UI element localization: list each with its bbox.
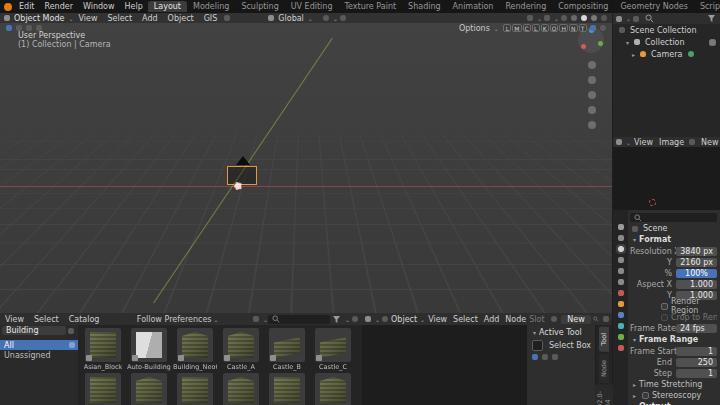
import-method-dropdown[interactable]: Follow Preferences bbox=[137, 315, 212, 324]
properties-search-field[interactable] bbox=[630, 213, 717, 222]
overlays-icon[interactable] bbox=[544, 15, 550, 21]
proportional-editing-icon[interactable] bbox=[340, 15, 346, 21]
options-dropdown[interactable]: Options bbox=[459, 24, 490, 33]
xray-toggle-icon[interactable] bbox=[561, 15, 567, 21]
workspace-tab-rendering[interactable]: Rendering bbox=[499, 1, 552, 12]
node-menu-node[interactable]: Node bbox=[502, 315, 529, 324]
properties-tab-view-layer[interactable] bbox=[618, 257, 624, 263]
properties-tab-modifiers[interactable] bbox=[618, 312, 624, 318]
viewport-menu-select[interactable]: Select bbox=[102, 14, 137, 23]
menu-window[interactable]: Window bbox=[78, 2, 120, 11]
filter-icon[interactable] bbox=[332, 315, 341, 324]
menu-help[interactable]: Help bbox=[120, 2, 148, 11]
menu-render[interactable]: Render bbox=[40, 2, 78, 11]
resolution-y-field[interactable]: 2160 px bbox=[676, 258, 717, 267]
node-menu-add[interactable]: Add bbox=[481, 315, 503, 324]
asset-item-partial[interactable] bbox=[173, 373, 217, 405]
asset-item[interactable]: Building_NeoCla... bbox=[173, 328, 217, 371]
new-nodetree-button[interactable]: New bbox=[561, 315, 592, 324]
image-editor-icon[interactable] bbox=[616, 139, 622, 145]
asset-menu-select[interactable]: Select bbox=[29, 315, 64, 324]
toggle-ortho-icon[interactable] bbox=[588, 121, 596, 129]
tool-select-icon[interactable] bbox=[6, 25, 12, 31]
gear-icon[interactable] bbox=[600, 25, 606, 31]
workspace-tab-texture-paint[interactable]: Texture Paint bbox=[338, 1, 402, 12]
viewport-menu-gis[interactable]: GIS bbox=[199, 14, 223, 23]
filter-icon[interactable] bbox=[707, 14, 716, 23]
tool-cursor-icon[interactable] bbox=[16, 25, 22, 31]
asset-search-field[interactable] bbox=[268, 315, 330, 324]
stereoscopy-checkbox[interactable] bbox=[642, 392, 649, 399]
addon-grid-icon[interactable] bbox=[590, 25, 596, 31]
viewport-menu-view[interactable]: View bbox=[73, 14, 102, 23]
format-panel-header[interactable]: ▾Format bbox=[630, 234, 717, 245]
snap-magnet-icon[interactable] bbox=[323, 15, 329, 21]
node-menu-select[interactable]: Select bbox=[450, 315, 481, 324]
transform-pivot-icon[interactable] bbox=[224, 15, 230, 21]
asset-item-partial[interactable] bbox=[219, 373, 263, 405]
properties-tab-render[interactable] bbox=[618, 235, 624, 241]
properties-tab-scene[interactable] bbox=[618, 268, 624, 274]
viewport-menu-object[interactable]: Object bbox=[163, 14, 199, 23]
asset-menu-view[interactable]: View bbox=[0, 315, 29, 324]
menu-edit[interactable]: Edit bbox=[14, 2, 40, 11]
frame-start-field[interactable]: 1 bbox=[676, 347, 717, 356]
display-size-icon[interactable] bbox=[253, 316, 259, 322]
tool-option-icon[interactable] bbox=[552, 354, 558, 360]
catalog-row-all[interactable]: All bbox=[0, 340, 78, 350]
addon-letter-button[interactable]: N bbox=[569, 24, 578, 32]
properties-tab-material[interactable] bbox=[618, 345, 624, 351]
addon-letter-button[interactable]: T bbox=[579, 24, 587, 32]
blender-logo-icon[interactable] bbox=[4, 3, 12, 11]
mode-dropdown[interactable]: Object Mode bbox=[14, 14, 64, 23]
tool-option-icon[interactable] bbox=[542, 354, 548, 360]
nodetree-browse-icon[interactable] bbox=[551, 316, 557, 322]
camera-view-icon[interactable] bbox=[588, 91, 596, 99]
shading-wireframe-icon[interactable] bbox=[571, 15, 577, 21]
asset-item-partial[interactable] bbox=[311, 373, 355, 405]
sidebar-tab-addon[interactable]: v2.0-b4 bbox=[595, 385, 613, 405]
properties-tab-collection[interactable] bbox=[618, 290, 624, 296]
active-tool-title[interactable]: Active Tool bbox=[539, 328, 582, 337]
properties-tab-world[interactable] bbox=[618, 279, 624, 285]
viewport-3d[interactable]: Object Mode⌄ View Select Add Object GIS … bbox=[0, 13, 612, 313]
outliner-display-mode-icon[interactable] bbox=[633, 16, 639, 22]
node-menu-view[interactable]: View bbox=[425, 315, 450, 324]
tool-option-icon[interactable] bbox=[532, 354, 538, 360]
search-icon[interactable] bbox=[645, 14, 654, 23]
stereoscopy-panel-header[interactable]: ▸Stereoscopy bbox=[630, 390, 717, 401]
addon-letter-button[interactable]: L bbox=[532, 24, 540, 32]
outliner-row-scene-collection[interactable]: Scene Collection bbox=[613, 24, 720, 36]
workspace-tab-uv-editing[interactable]: UV Editing bbox=[285, 1, 339, 12]
addon-letter-button[interactable]: L bbox=[503, 24, 511, 32]
workspace-tab-sculpting[interactable]: Sculpting bbox=[235, 1, 284, 12]
asset-item[interactable]: Auto-Building_ST... bbox=[127, 328, 171, 371]
frame-range-panel-header[interactable]: ▾Frame Range bbox=[630, 334, 717, 345]
addon-letter-button[interactable]: M bbox=[512, 24, 521, 32]
workspace-tab-layout[interactable]: Layout bbox=[148, 1, 187, 12]
pan-hand-icon[interactable] bbox=[588, 76, 596, 84]
properties-tab-tool[interactable] bbox=[618, 224, 624, 230]
asset-item-partial[interactable] bbox=[265, 373, 309, 405]
resolution-x-field[interactable]: 3840 px bbox=[676, 247, 717, 256]
image-new-button[interactable]: New bbox=[701, 138, 718, 147]
workspace-tab-scripting[interactable]: Scripting bbox=[694, 1, 720, 12]
outliner-editor-icon[interactable] bbox=[616, 16, 622, 22]
frame-end-field[interactable]: 250 bbox=[676, 358, 717, 367]
addon-letter-button[interactable]: O bbox=[550, 24, 559, 32]
workspace-tab-animation[interactable]: Animation bbox=[447, 1, 500, 12]
breadcrumb-label[interactable]: Scene bbox=[643, 224, 667, 233]
gear-icon[interactable] bbox=[352, 316, 358, 322]
addon-letter-button[interactable]: H bbox=[559, 24, 568, 32]
frame-rate-dropdown[interactable]: 24 fps bbox=[676, 324, 717, 333]
crop-region-checkbox[interactable] bbox=[661, 314, 668, 321]
shading-rendered-icon[interactable] bbox=[601, 15, 607, 21]
asset-item[interactable]: Asian_Block bbox=[81, 328, 125, 371]
asset-library-dropdown[interactable]: Building bbox=[2, 326, 66, 335]
transform-orientation-dropdown[interactable]: Global bbox=[278, 14, 304, 23]
image-menu-view[interactable]: View bbox=[631, 138, 656, 147]
output-panel-header[interactable]: ▾Output bbox=[630, 401, 717, 405]
workspace-tab-modeling[interactable]: Modeling bbox=[187, 1, 235, 12]
asset-menu-catalog[interactable]: Catalog bbox=[64, 315, 105, 324]
library-refresh-icon[interactable] bbox=[68, 328, 74, 334]
